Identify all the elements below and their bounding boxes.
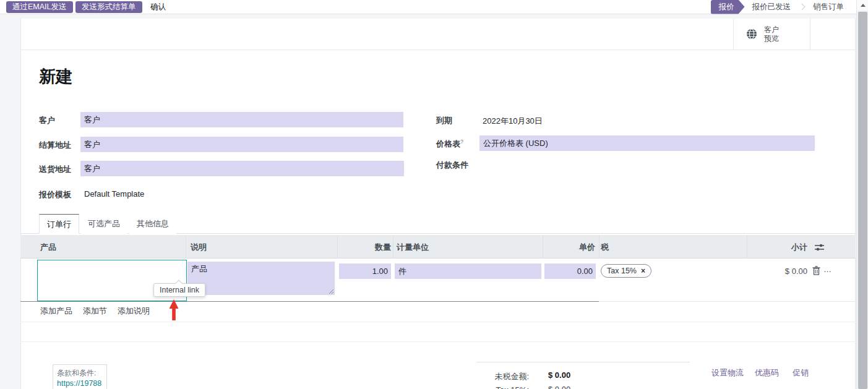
globe-icon [746,28,757,40]
col-taxes[interactable]: 税 [601,242,609,253]
delivery-address-field[interactable]: 客户 [80,161,404,176]
remove-tax-icon[interactable]: × [641,267,645,275]
totals-divider [476,362,690,362]
red-annotation-arrow [167,299,181,320]
triangle-up-icon [861,4,866,7]
stage-quotation-sent[interactable]: 报价已发送 [745,2,799,12]
column-divider [599,235,599,259]
send-by-email-button[interactable]: 通过EMAIL发送 [6,1,73,13]
optional-columns-icon[interactable] [814,243,825,252]
empty-row-divider [20,341,856,342]
add-note-link[interactable]: 添加说明 [118,306,150,317]
terms-link[interactable]: https://19788 [53,379,106,388]
form-sheet [20,19,856,389]
stage-sales-order[interactable]: 销售订单 [806,2,851,12]
line-subtotal: $ 0.00 [752,267,807,276]
vertical-scrollbar[interactable] [856,0,868,389]
add-section-link[interactable]: 添加节 [83,306,107,317]
tax-tag-label: Tax 15% [607,267,637,275]
scrollbar-up-button[interactable] [857,0,868,11]
invoice-address-field[interactable]: 客户 [80,137,403,152]
pipeline-status: 报价 报价已发送 销售订单 [711,0,852,14]
set-delivery-link[interactable]: 设置物流 [711,367,744,378]
tab-optional-products[interactable]: 可选产品 [80,214,127,234]
col-unit-price[interactable]: 单价 [551,242,595,253]
quotation-template-value[interactable]: Default Template [84,189,144,199]
send-proforma-button[interactable]: 发送形式结算单 [75,1,142,13]
column-divider [543,235,543,259]
quantity-input[interactable]: 1.00 [339,263,391,279]
terms-and-conditions-box[interactable]: 条款和条件: https://19788 [53,364,107,389]
confirm-button[interactable]: 确认 [147,1,170,13]
untaxed-amount-label: 未税金额: [473,371,529,382]
expiration-value[interactable]: 2022年10月30日 [483,116,543,127]
payment-terms-label: 付款条件 [436,160,468,171]
trash-icon[interactable] [812,266,820,275]
column-divider [747,235,747,259]
unit-price-input[interactable]: 0.00 [544,263,596,279]
help-marker-icon: ? [460,139,463,145]
col-uom[interactable]: 计量单位 [397,242,429,253]
order-lines-header [20,235,856,259]
uom-input[interactable]: 件 [395,263,541,279]
customer-field[interactable]: 客户 [80,112,403,127]
description-textarea[interactable]: 产品 [187,262,335,295]
tax-tag[interactable]: Tax 15% × [601,264,651,278]
pricelist-label: 价格表? [436,139,463,150]
scrollbar-thumb[interactable] [858,12,867,389]
tab-order-lines[interactable]: 订单行 [39,214,79,234]
tax-total-value: $ 0.00 [548,385,570,389]
tab-other-info[interactable]: 其他信息 [129,214,176,234]
column-divider [186,235,186,259]
col-quantity[interactable]: 数量 [346,242,391,253]
chevron-right-icon [798,3,805,10]
column-divider [337,235,338,259]
pricelist-field[interactable]: 公开价格表 (USD) [479,135,815,151]
coupon-code-link[interactable]: 优惠码 [755,367,779,378]
add-product-link[interactable]: 添加产品 [40,306,72,317]
stage-quotation[interactable]: 报价 [711,0,745,14]
internal-link-tooltip: Internal link [153,283,205,297]
row-more-indicator: … [823,265,831,274]
col-product[interactable]: 产品 [40,242,56,253]
empty-row-divider [20,322,856,322]
tax-total-label: Tax 15%: [473,385,529,389]
sales-quotation-page: 通过EMAIL发送 发送形式结算单 确认 报价 报价已发送 销售订单 客户 预览 [0,0,868,389]
row-border-light [599,301,856,302]
expiration-label: 到期 [436,115,452,126]
delivery-address-label: 送货地址 [39,164,71,175]
customer-label: 客户 [39,115,55,126]
sheet-header-divider [20,49,856,50]
column-divider [393,235,393,259]
untaxed-amount-value: $ 0.00 [548,370,570,380]
invoice-address-label: 结算地址 [39,140,71,151]
terms-label: 条款和条件: [53,365,106,379]
row-border [20,301,599,302]
quotation-template-label: 报价模板 [39,189,71,200]
col-subtotal[interactable]: 小计 [761,242,807,253]
page-title: 新建 [39,66,72,88]
promotions-link[interactable]: 促销 [793,367,809,378]
resize-handle-icon[interactable] [329,289,334,294]
col-description[interactable]: 说明 [191,242,207,253]
status-toolbar: 通过EMAIL发送 发送形式结算单 确认 报价 报价已发送 销售订单 [0,0,856,14]
customer-preview-label: 客户 预览 [764,25,779,43]
customer-preview-button[interactable]: 客户 预览 [733,19,810,49]
